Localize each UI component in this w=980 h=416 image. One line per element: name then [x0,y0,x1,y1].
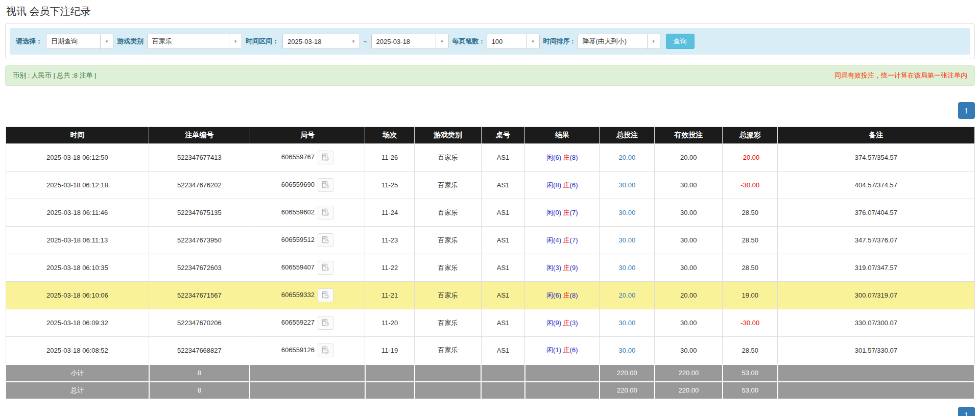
date-from-picker[interactable]: 2025-03-18 ▾ [282,34,360,49]
cell-remark: 347.57/376.07 [778,227,974,254]
table-row: 2025-03-18 06:12:50 522347677413 6065597… [6,144,974,172]
result-banker-value: (9) [570,264,578,272]
cell-payout: -20.00 [723,144,778,172]
cell-bet-id: 522347675135 [149,199,250,227]
cell-round: 606559512 [250,227,365,254]
cell-game-type: 百家乐 [415,227,482,254]
chevron-down-icon: ▾ [436,34,448,48]
sort-order-dropdown[interactable]: 降幂(由大到小) ▾ [578,34,660,49]
cell-session: 11-21 [365,282,415,309]
result-banker: 庄 [563,346,570,354]
col-session: 场次 [365,127,415,144]
query-type-value: 日期查询 [46,34,100,48]
chevron-down-icon: ▾ [347,34,360,48]
col-round: 局号 [250,127,365,144]
subtotal-label: 小计 [6,364,149,382]
cell-bet-id: 522347671567 [149,282,250,309]
game-type-label: 游戏类别 [117,37,144,46]
cell-remark: 300.07/319.07 [778,282,974,309]
video-replay-button[interactable] [318,316,333,330]
cell-total-bet[interactable]: 30.00 [600,172,655,199]
cell-valid-bet: 30.00 [655,337,723,364]
round-number: 606559332 [281,291,315,299]
cell-session: 11-20 [365,309,415,337]
subtotal-total-bet: 220.00 [600,364,655,382]
col-total-bet: 总投注 [600,127,655,144]
cell-remark: 330.07/300.07 [778,309,974,337]
chevron-down-icon: ▾ [647,34,660,48]
valid-bet-notice-text: 同局有效投注，统一计算在该局第一张注单内 [834,71,967,80]
cell-game-type: 百家乐 [415,282,482,309]
cell-total-bet[interactable]: 30.00 [600,337,655,364]
total-total-bet: 220.00 [600,382,655,399]
date-to-picker[interactable]: 2025-03-18 ▾ [371,34,449,49]
total-valid-bet: 220.00 [655,382,723,399]
film-icon [321,291,330,300]
round-number: 606559767 [281,153,315,161]
result-player: 闲(8) [546,181,561,189]
filter-panel: 请选择： 日期查询 ▾ 游戏类别 百家乐 ▾ 时间区间： 2025-03-18 … [5,23,975,59]
cell-result: 闲(8) 庄(6) [525,172,600,199]
cell-total-bet[interactable]: 30.00 [600,309,655,337]
cell-result: 闲(9) 庄(3) [525,309,600,337]
game-type-value: 百家乐 [148,34,229,48]
cell-total-bet[interactable]: 20.00 [600,282,655,309]
subtotal-payout: 53.00 [723,364,778,382]
cell-total-bet[interactable]: 20.00 [600,144,655,172]
chevron-down-icon: ▾ [229,34,242,48]
cell-game-type: 百家乐 [415,337,482,364]
cell-valid-bet: 30.00 [655,199,723,227]
bet-records-table: 时间 注单编号 局号 场次 游戏类别 桌号 结果 总投注 有效投注 总派彩 备注… [5,127,975,400]
result-banker-value: (3) [570,319,578,327]
query-type-dropdown[interactable]: 日期查询 ▾ [46,34,113,49]
result-banker-value: (7) [570,209,578,216]
cell-time: 2025-03-18 06:10:35 [6,254,149,282]
cell-round: 606559690 [250,172,365,199]
cell-payout: 28.50 [723,254,778,282]
cell-bet-id: 522347677413 [149,144,250,172]
cell-round: 606559602 [250,199,365,227]
cell-total-bet[interactable]: 30.00 [600,199,655,227]
film-icon [321,346,330,355]
result-banker-value: (8) [570,154,578,161]
round-number: 606559227 [281,319,315,326]
per-page-dropdown[interactable]: 100 ▾ [487,34,540,49]
time-range-label: 时间区间： [246,37,279,46]
video-replay-button[interactable] [318,233,333,247]
page-1-button[interactable]: 1 [958,407,975,416]
cell-session: 11-19 [365,337,415,364]
video-replay-button[interactable] [318,344,333,357]
cell-session: 11-24 [365,199,415,227]
round-number: 606559602 [281,208,315,216]
cell-round: 606559332 [250,282,365,309]
cell-session: 11-22 [365,254,415,282]
page-1-button[interactable]: 1 [958,102,975,119]
cell-total-bet[interactable]: 30.00 [600,254,655,282]
table-row: 2025-03-18 06:08:52 522347668827 6065591… [6,337,974,364]
video-replay-button[interactable] [318,288,333,302]
cell-table-no: AS1 [481,337,524,364]
total-label: 总计 [6,382,149,399]
subtotal-row: 小计 8 220.00 220.00 53.00 [6,364,974,382]
result-banker: 庄 [563,154,570,161]
video-replay-button[interactable] [318,206,333,219]
total-count: 8 [149,382,250,399]
video-replay-button[interactable] [318,178,333,192]
cell-result: 闲(6) 庄(8) [525,144,600,172]
cell-valid-bet: 20.00 [655,282,723,309]
film-icon [321,263,330,272]
video-replay-button[interactable] [318,261,333,275]
date-range-tilde: ~ [364,38,368,45]
result-banker: 庄 [563,209,570,216]
cell-total-bet[interactable]: 30.00 [600,227,655,254]
search-button[interactable]: 查询 [666,34,695,49]
cell-round: 606559126 [250,337,365,364]
round-number: 606559407 [281,263,315,271]
cell-remark: 301.57/330.07 [778,337,974,364]
result-player: 闲(3) [546,264,561,272]
cell-table-no: AS1 [481,227,524,254]
video-replay-button[interactable] [318,151,333,164]
game-type-dropdown[interactable]: 百家乐 ▾ [147,34,242,49]
cell-table-no: AS1 [481,144,524,172]
film-icon [321,236,330,244]
